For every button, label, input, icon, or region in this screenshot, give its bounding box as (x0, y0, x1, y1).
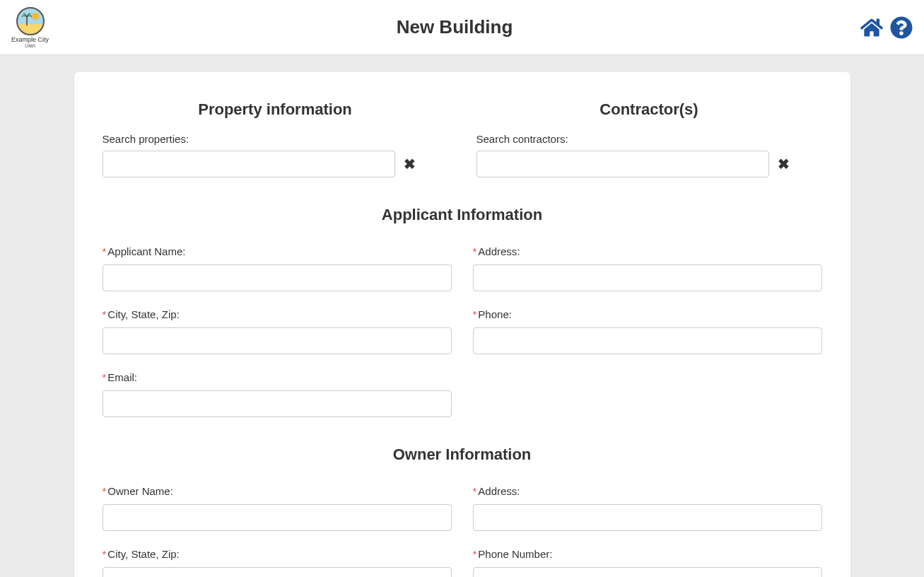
clear-contractor-icon[interactable]: ✖ (778, 156, 790, 173)
label-text: Address: (478, 485, 520, 497)
property-heading: Property information (103, 100, 448, 119)
label-text: Owner Name: (107, 485, 173, 497)
applicant-name-field: *Applicant Name: (103, 245, 452, 291)
contractor-heading: Contractor(s) (476, 100, 822, 119)
page-header: Example City Utah New Building (0, 0, 924, 55)
contractor-section: Contractor(s) Search contractors: ✖ (476, 100, 822, 177)
required-mark: * (103, 485, 107, 497)
applicant-csz-label: *City, State, Zip: (103, 308, 452, 320)
required-mark: * (103, 308, 107, 320)
header-icons (860, 16, 913, 39)
label-text: Phone: (478, 308, 512, 320)
logo-subtext: Utah (25, 43, 35, 48)
label-text: Email: (107, 371, 137, 383)
content-wrapper: Property information Search properties: … (0, 55, 924, 577)
owner-address-field: *Address: (473, 485, 822, 531)
sun-icon (32, 13, 39, 20)
required-mark: * (103, 371, 107, 383)
applicant-email-label: *Email: (103, 371, 452, 383)
contractor-search-row: ✖ (476, 151, 822, 177)
label-text: City, State, Zip: (107, 548, 179, 560)
owner-csz-field: *City, State, Zip: (103, 548, 452, 577)
owner-name-field: *Owner Name: (103, 485, 452, 531)
top-section-row: Property information Search properties: … (103, 100, 822, 177)
contractor-search-input[interactable] (476, 151, 769, 177)
required-mark: * (473, 245, 477, 257)
clear-property-icon[interactable]: ✖ (404, 156, 416, 173)
home-icon[interactable] (860, 16, 883, 39)
palm-tree-icon (22, 11, 32, 25)
applicant-csz-field: *City, State, Zip: (103, 308, 452, 354)
applicant-phone-label: *Phone: (473, 308, 822, 320)
owner-form-grid: *Owner Name: *Address: *City, State, Zip… (103, 485, 822, 577)
applicant-phone-field: *Phone: (473, 308, 822, 354)
owner-section: Owner Information *Owner Name: *Address: (103, 445, 822, 577)
property-search-row: ✖ (103, 151, 448, 177)
owner-heading: Owner Information (103, 445, 822, 464)
applicant-name-input[interactable] (103, 264, 452, 291)
owner-name-label: *Owner Name: (103, 485, 452, 497)
label-text: Address: (478, 245, 520, 257)
required-mark: * (473, 548, 477, 560)
logo[interactable]: Example City Utah (11, 7, 49, 48)
required-mark: * (473, 308, 477, 320)
property-search-input[interactable] (103, 151, 395, 177)
property-section: Property information Search properties: … (103, 100, 448, 177)
owner-csz-input[interactable] (103, 567, 452, 577)
required-mark: * (473, 485, 477, 497)
owner-phone-input[interactable] (473, 567, 822, 577)
owner-phone-field: *Phone Number: (473, 548, 822, 577)
applicant-address-label: *Address: (473, 245, 822, 257)
page-title: New Building (49, 16, 860, 38)
applicant-form-grid: *Applicant Name: *Address: *City, State,… (103, 245, 822, 417)
owner-address-input[interactable] (473, 504, 822, 531)
applicant-email-input[interactable] (103, 390, 452, 417)
owner-name-input[interactable] (103, 504, 452, 531)
applicant-address-input[interactable] (473, 264, 822, 291)
help-icon[interactable] (890, 16, 913, 39)
applicant-name-label: *Applicant Name: (103, 245, 452, 257)
logo-text: Example City (11, 37, 49, 43)
form-card: Property information Search properties: … (74, 72, 850, 577)
owner-address-label: *Address: (473, 485, 822, 497)
applicant-heading: Applicant Information (103, 206, 822, 224)
applicant-address-field: *Address: (473, 245, 822, 291)
contractor-search-label: Search contractors: (476, 133, 822, 145)
label-text: Applicant Name: (107, 245, 185, 257)
applicant-section: Applicant Information *Applicant Name: *… (103, 206, 822, 417)
owner-phone-label: *Phone Number: (473, 548, 822, 560)
required-mark: * (103, 245, 107, 257)
property-search-label: Search properties: (103, 133, 448, 145)
label-text: City, State, Zip: (107, 308, 179, 320)
logo-image (16, 7, 45, 35)
owner-csz-label: *City, State, Zip: (103, 548, 452, 560)
applicant-phone-input[interactable] (473, 327, 822, 354)
required-mark: * (103, 548, 107, 560)
applicant-email-field: *Email: (103, 371, 452, 417)
applicant-csz-input[interactable] (103, 327, 452, 354)
label-text: Phone Number: (478, 548, 552, 560)
